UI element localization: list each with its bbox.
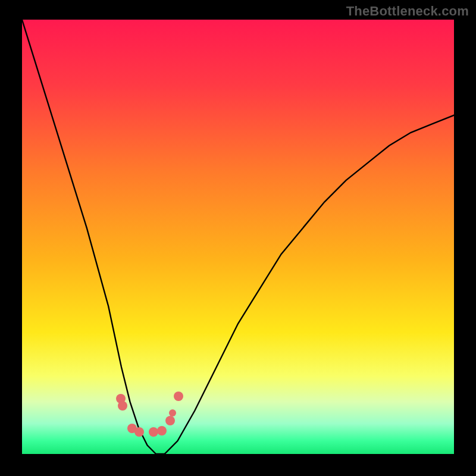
chart-frame: { "watermark": "TheBottleneck.com", "plo… bbox=[0, 0, 476, 476]
curve-marker bbox=[134, 427, 144, 437]
curve-marker bbox=[169, 409, 176, 416]
curve-marker bbox=[118, 401, 127, 411]
curve-marker bbox=[174, 392, 183, 401]
curve-marker bbox=[165, 416, 175, 425]
chart-svg bbox=[0, 0, 476, 476]
watermark-text: TheBottleneck.com bbox=[346, 4, 469, 19]
curve-marker bbox=[157, 426, 167, 436]
curve-marker bbox=[149, 427, 158, 437]
plot-background bbox=[22, 20, 454, 454]
